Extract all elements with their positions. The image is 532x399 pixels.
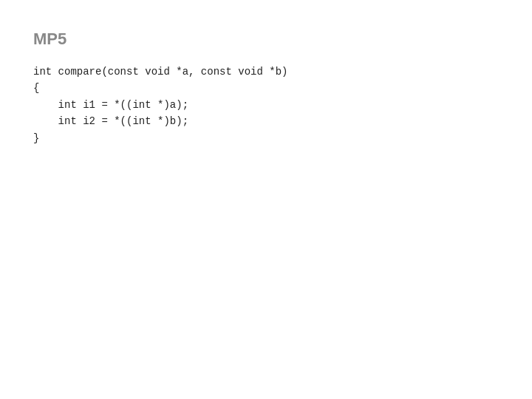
code-line-3: int i1 = *((int *)a);: [33, 97, 499, 113]
code-line-4: int i2 = *((int *)b);: [33, 113, 499, 129]
page-title: MP5: [33, 30, 499, 49]
code-block: int compare(const void *a, const void *b…: [33, 64, 499, 146]
code-line-2: {: [33, 80, 499, 96]
code-line-7: }: [33, 130, 499, 146]
page: MP5 int compare(const void *a, const voi…: [0, 0, 532, 399]
code-line-1: int compare(const void *a, const void *b…: [33, 64, 499, 80]
